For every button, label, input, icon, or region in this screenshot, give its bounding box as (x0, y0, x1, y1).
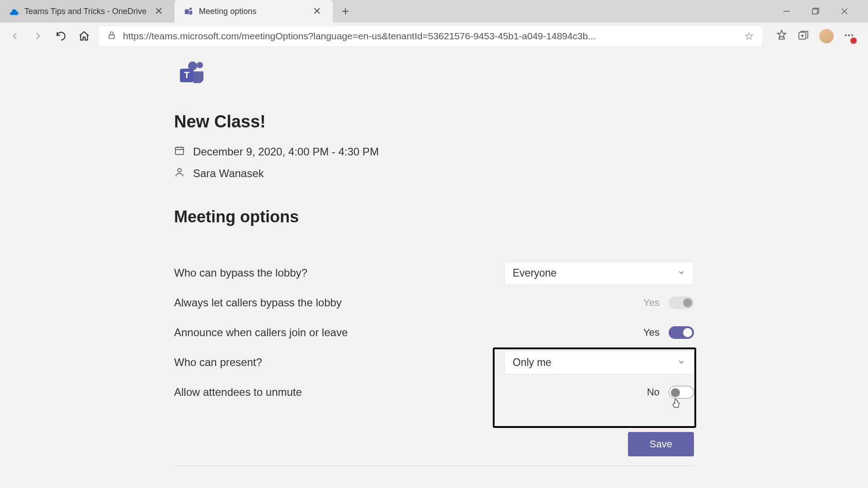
toggle-value: No (647, 386, 660, 398)
home-button[interactable] (76, 28, 92, 44)
save-button[interactable]: Save (628, 432, 694, 456)
option-label: Announce when callers join or leave (174, 326, 348, 339)
back-button[interactable] (7, 28, 23, 44)
meeting-datetime: December 9, 2020, 4:00 PM - 4:30 PM (174, 145, 694, 159)
favorites-icon[interactable] (776, 29, 788, 43)
save-row: Save (174, 432, 694, 466)
svg-rect-6 (109, 35, 114, 38)
chevron-down-icon (677, 357, 685, 369)
close-icon[interactable]: ✕ (310, 5, 324, 18)
minimize-icon[interactable] (781, 6, 792, 17)
options-container: Who can bypass the lobby? Everyone Alway… (174, 258, 694, 407)
teams-logo: T (176, 59, 207, 89)
favorite-icon[interactable]: ☆ (744, 30, 754, 42)
option-announce: Announce when callers join or leave Yes (174, 318, 694, 347)
notification-badge (850, 38, 857, 44)
svg-rect-0 (185, 9, 189, 14)
option-bypass-lobby: Who can bypass the lobby? Everyone (174, 258, 694, 288)
person-icon (174, 167, 185, 180)
option-label: Who can bypass the lobby? (174, 267, 307, 279)
option-label: Always let callers bypass the lobby (174, 296, 342, 309)
section-title: Meeting options (174, 207, 694, 226)
organizer-text: Sara Wanasek (193, 167, 264, 180)
dropdown-value: Everyone (513, 267, 557, 279)
tab-onedrive[interactable]: Teams Tips and Tricks - OneDrive ✕ (0, 0, 175, 23)
bypass-lobby-dropdown[interactable]: Everyone (504, 261, 694, 285)
address-bar[interactable]: https://teams.microsoft.com/meetingOptio… (99, 26, 762, 46)
dropdown-value: Only me (513, 357, 552, 369)
meeting-title: New Class! (174, 112, 694, 131)
option-allow-unmute: Allow attendees to unmute No (174, 377, 694, 407)
always-bypass-toggle (669, 296, 694, 309)
toolbar-icons (769, 29, 861, 43)
forward-button[interactable] (30, 28, 46, 44)
refresh-button[interactable] (53, 28, 69, 44)
more-icon[interactable] (844, 30, 854, 42)
collections-icon[interactable] (797, 29, 809, 43)
option-label: Allow attendees to unmute (174, 386, 302, 399)
datetime-text: December 9, 2020, 4:00 PM - 4:30 PM (193, 145, 379, 158)
svg-point-1 (189, 8, 192, 10)
option-who-present: Who can present? Only me (174, 347, 694, 377)
window-controls (781, 6, 859, 17)
tab-title: Meeting options (199, 7, 305, 16)
option-label: Who can present? (174, 356, 262, 369)
svg-point-14 (197, 62, 203, 68)
svg-point-22 (178, 169, 181, 172)
tab-meeting-options[interactable]: Meeting options ✕ (175, 0, 333, 23)
chevron-down-icon (677, 267, 685, 279)
maximize-icon[interactable] (810, 6, 821, 17)
svg-rect-18 (175, 147, 184, 155)
url-text: https://teams.microsoft.com/meetingOptio… (123, 31, 737, 42)
close-window-icon[interactable] (839, 6, 850, 17)
lock-icon (107, 31, 116, 42)
allow-unmute-toggle[interactable] (669, 386, 694, 399)
teams-icon (184, 6, 193, 16)
new-tab-button[interactable]: + (333, 4, 358, 19)
avatar[interactable] (819, 29, 834, 43)
option-always-bypass: Always let callers bypass the lobby Yes (174, 288, 694, 318)
main-content: T New Class! December 9, 2020, 4:00 PM -… (0, 50, 868, 488)
meeting-organizer: Sara Wanasek (174, 167, 694, 180)
close-icon[interactable]: ✕ (152, 5, 165, 18)
svg-point-13 (851, 34, 853, 36)
toggle-value: Yes (643, 297, 660, 309)
browser-chrome: Teams Tips and Tricks - OneDrive ✕ Meeti… (0, 0, 868, 50)
address-row: https://teams.microsoft.com/meetingOptio… (0, 23, 868, 50)
who-present-dropdown[interactable]: Only me (504, 351, 694, 375)
tabs-row: Teams Tips and Tricks - OneDrive ✕ Meeti… (0, 0, 868, 23)
announce-toggle[interactable] (669, 326, 694, 339)
svg-point-12 (848, 34, 850, 36)
cursor-icon (670, 398, 681, 409)
tab-title: Teams Tips and Tricks - OneDrive (24, 7, 146, 16)
svg-text:T: T (184, 70, 189, 80)
toggle-value: Yes (643, 327, 660, 338)
svg-point-11 (845, 34, 847, 36)
calendar-icon (174, 145, 185, 159)
onedrive-icon (9, 6, 19, 16)
svg-rect-3 (812, 9, 817, 14)
